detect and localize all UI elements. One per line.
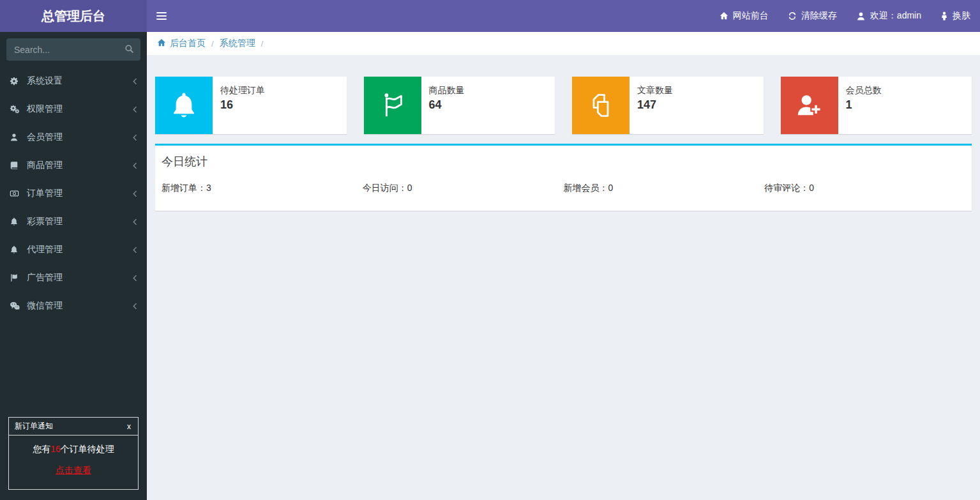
sidebar-item-agents[interactable]: 代理管理 (0, 236, 147, 264)
close-icon[interactable]: x (126, 422, 132, 431)
book-icon (10, 161, 24, 170)
top-nav: 网站前台 清除缓存 欢迎：admin (147, 0, 980, 32)
brand-logo[interactable]: 总管理后台 (0, 0, 147, 32)
stat-value: 0 (809, 183, 814, 193)
sidebar-item-ads[interactable]: 广告管理 (0, 264, 147, 292)
main-content: 后台首页 / 系统管理 / 待处理订单 16 (147, 32, 980, 500)
panel-stats-row: 新增订单：3 今日访问：0 新增会员：0 待审评论：0 (155, 175, 972, 211)
chevron-left-icon (133, 246, 137, 254)
stat-new-orders: 新增订单：3 (162, 183, 363, 194)
sidebar-item-lottery[interactable]: 彩票管理 (0, 208, 147, 236)
search-icon (124, 44, 134, 56)
view-orders-link[interactable]: 点击查看 (56, 465, 91, 476)
stat-value: 0 (407, 183, 412, 193)
top-nav-right: 网站前台 清除缓存 欢迎：admin (710, 0, 980, 32)
bell-icon (10, 217, 24, 226)
breadcrumb-system-link[interactable]: 系统管理 (220, 38, 255, 49)
stat-card-value: 1 (846, 98, 882, 112)
gears-icon (10, 105, 24, 114)
search-input[interactable] (13, 44, 124, 56)
sidebar-item-label: 会员管理 (27, 132, 133, 143)
sidebar-item-label: 广告管理 (27, 272, 133, 284)
sidebar-search (6, 38, 140, 61)
stat-card-article-count: 文章数量 147 (572, 77, 764, 134)
sidebar-item-system-settings[interactable]: 系统设置 (0, 67, 147, 95)
sidebar-toggle-button[interactable] (147, 0, 176, 32)
bell-icon (155, 77, 213, 134)
stat-card-body: 文章数量 147 (629, 77, 681, 134)
chevron-left-icon (133, 134, 137, 141)
stat-card-value: 16 (220, 98, 265, 112)
sidebar-item-label: 系统设置 (27, 75, 133, 87)
chevron-left-icon (133, 303, 137, 310)
bell-icon (10, 245, 24, 254)
sidebar-item-label: 微信管理 (27, 300, 133, 312)
sidebar-item-products[interactable]: 商品管理 (0, 151, 147, 179)
sidebar-item-wechat[interactable]: 微信管理 (0, 292, 147, 320)
home-icon (720, 11, 728, 20)
new-order-notification: 新订单通知 x 您有16个订单待处理 点击查看 (8, 417, 139, 490)
nav-item-site-front[interactable]: 网站前台 (710, 0, 778, 32)
panel-title: 今日统计 (155, 146, 972, 175)
nav-item-welcome-admin[interactable]: 欢迎：admin (847, 0, 931, 32)
nav-item-label: 换肤 (953, 10, 970, 22)
stat-value: 0 (608, 183, 614, 193)
stat-card-product-count: 商品数量 64 (364, 77, 555, 134)
home-icon (157, 38, 166, 49)
chevron-left-icon (133, 106, 137, 113)
stat-card-label: 待处理订单 (220, 85, 265, 96)
sidebar-item-label: 代理管理 (27, 244, 133, 255)
chevron-left-icon (133, 162, 137, 169)
nav-item-label: 网站前台 (733, 10, 769, 22)
chevron-left-icon (133, 218, 137, 225)
brand-title: 总管理后台 (41, 8, 105, 25)
admin-dashboard: 总管理后台 网站前台 清除缓存 (0, 0, 980, 500)
sidebar-item-label: 商品管理 (27, 160, 133, 171)
chevron-left-icon (133, 78, 137, 85)
person-icon (940, 11, 948, 20)
stat-card-member-total: 会员总数 1 (781, 77, 972, 134)
sidebar-item-label: 权限管理 (27, 103, 133, 115)
breadcrumb-home-link[interactable]: 后台首页 (157, 38, 206, 49)
stat-card-body: 会员总数 1 (838, 77, 889, 134)
search-button[interactable] (124, 44, 134, 56)
stat-new-members: 新增会员：0 (564, 183, 765, 194)
today-stats-panel: 今日统计 新增订单：3 今日访问：0 新增会员：0 待审评论：0 (155, 144, 972, 211)
stat-card-value: 147 (637, 98, 673, 112)
stat-card-label: 商品数量 (429, 85, 465, 96)
breadcrumb-separator: / (261, 39, 264, 49)
nav-item-change-skin[interactable]: 换肤 (931, 0, 980, 32)
refresh-icon (788, 11, 797, 20)
sidebar-item-members[interactable]: 会员管理 (0, 123, 147, 151)
wechat-icon (10, 301, 24, 310)
sidebar-item-permissions[interactable]: 权限管理 (0, 95, 147, 123)
hamburger-icon (156, 12, 167, 13)
notification-header: 新订单通知 x (9, 418, 138, 436)
chevron-left-icon (133, 190, 137, 197)
stat-card-value: 64 (429, 98, 465, 112)
notification-count: 16 (50, 444, 61, 454)
flag-icon (10, 273, 24, 282)
stat-card-label: 会员总数 (846, 85, 882, 96)
nav-item-label: 欢迎：admin (870, 10, 921, 22)
stat-today-visits: 今日访问：0 (363, 183, 564, 194)
breadcrumb-separator: / (211, 39, 214, 49)
user-plus-icon (781, 77, 838, 134)
nav-item-clear-cache[interactable]: 清除缓存 (778, 0, 847, 32)
notification-body: 您有16个订单待处理 点击查看 (9, 436, 138, 489)
notification-title: 新订单通知 (15, 421, 53, 432)
flag-icon (364, 77, 421, 134)
sidebar-menu: 系统设置 权限管理 会员管理 (0, 67, 147, 320)
user-icon (10, 133, 24, 142)
breadcrumb: 后台首页 / 系统管理 / (147, 32, 980, 55)
stat-pending-comments: 待审评论：0 (764, 183, 965, 194)
breadcrumb-item-label: 后台首页 (170, 38, 206, 49)
stat-card-body: 待处理订单 16 (213, 77, 273, 134)
sidebar-item-orders[interactable]: 订单管理 (0, 179, 147, 208)
gear-icon (10, 77, 24, 86)
notification-message: 您有16个订单待处理 (11, 444, 135, 455)
sidebar-item-label: 订单管理 (27, 188, 133, 199)
stat-card-label: 文章数量 (637, 85, 673, 96)
user-icon (856, 11, 866, 21)
content-area: 待处理订单 16 商品数量 64 (147, 55, 980, 211)
